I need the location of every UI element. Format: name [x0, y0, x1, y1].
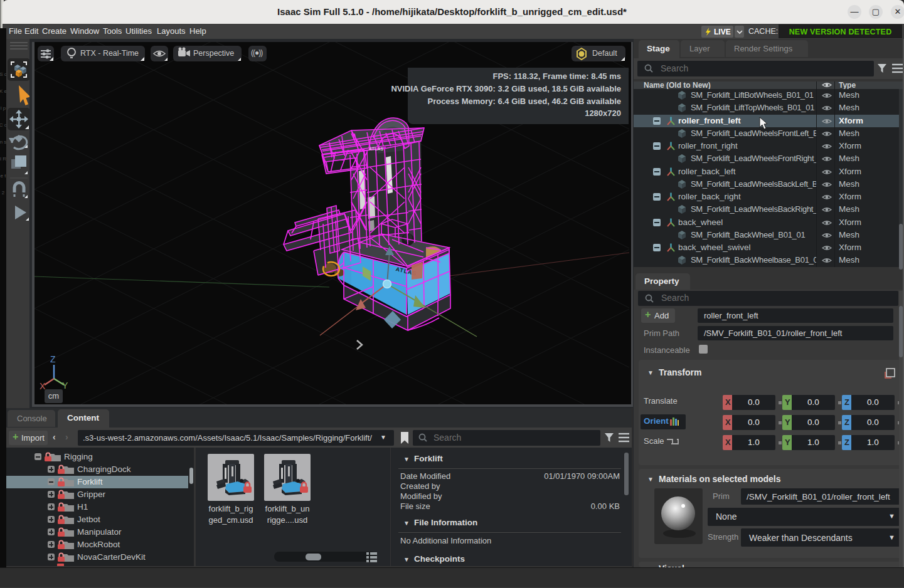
svg-text:ATLAS: ATLAS	[369, 147, 384, 151]
svg-text:Z: Z	[50, 354, 56, 364]
svg-text:Y: Y	[62, 381, 68, 391]
